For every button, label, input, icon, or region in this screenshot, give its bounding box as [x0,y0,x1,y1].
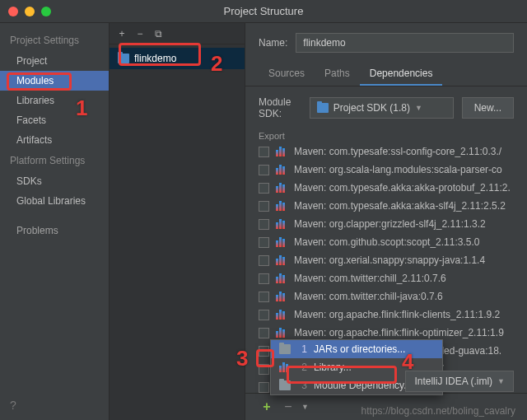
detail-panel: Name: Sources Paths Dependencies Module … [245,23,527,420]
scope-value: IntelliJ IDEA (.iml) [414,376,492,387]
library-icon [276,219,287,229]
dependency-row[interactable]: Maven: org.scala-lang.modules:scala-pars… [259,161,527,179]
dependency-row[interactable]: Maven: com.twitter:chill_2.11:0.7.6 [259,269,527,287]
sidebar-section-project: Project Settings [0,30,109,51]
export-checkbox[interactable] [259,273,269,284]
dependency-label: Maven: org.apache.flink:flink-clients_2.… [294,309,500,320]
export-checkbox[interactable] [259,147,269,157]
dependency-label: Maven: com.twitter:chill-java:0.7.6 [294,291,443,302]
window-title: Project Structure [224,5,304,17]
dependency-label: Maven: org.xerial.snappy:snappy-java:1.1… [294,254,485,266]
export-checkbox[interactable] [259,165,269,175]
export-checkbox[interactable] [259,364,269,375]
sidebar-item-facets[interactable]: Facets [0,110,109,130]
add-module-icon[interactable]: + [116,28,128,40]
library-icon [276,292,287,301]
library-icon [276,310,287,320]
module-item-label: flinkdemo [134,53,176,64]
dependency-row[interactable]: Maven: com.twitter:chill-java:0.7.6 [259,287,527,306]
dependency-row[interactable]: Maven: com.typesafe.akka:akka-protobuf_2… [259,179,527,197]
sidebar-item-project[interactable]: Project [0,51,109,71]
library-icon [276,255,287,265]
module-item-flinkdemo[interactable]: flinkdemo [110,48,245,69]
copy-module-icon[interactable]: ⧉ [152,28,164,40]
library-icon [276,165,287,175]
library-icon [276,328,287,338]
export-checkbox[interactable] [259,346,269,357]
tab-paths[interactable]: Paths [315,63,360,86]
scope-select[interactable]: IntelliJ IDEA (.iml) ▼ [405,371,514,392]
popup-item-label: Library... [314,362,352,373]
new-sdk-button[interactable]: New... [462,97,514,119]
module-icon [279,380,291,390]
export-header: Export [245,129,527,142]
add-dependency-button[interactable]: + [259,399,275,415]
dependency-row[interactable]: Maven: com.github.scopt:scopt_2.11:3.5.0 [259,233,527,251]
name-label: Name: [259,37,287,49]
tabs: Sources Paths Dependencies [245,63,527,86]
export-checkbox[interactable] [259,201,269,212]
dependency-label: Maven: org.apache.flink:flink-optimizer_… [294,327,504,338]
dependency-label: Maven: org.clapper:grizzled-slf4j_2.11:1… [294,218,486,230]
export-checkbox[interactable] [259,237,269,248]
library-icon [276,183,287,193]
maximize-window-icon[interactable] [41,7,51,16]
dependency-row[interactable]: Maven: org.xerial.snappy:snappy-java:1.1… [259,251,527,269]
sidebar-item-problems[interactable]: Problems [0,221,109,240]
sdk-label: Module SDK: [259,96,301,119]
module-list-panel: + − ⧉ flinkdemo [110,23,245,420]
library-icon [276,147,287,156]
library-icon [276,273,287,283]
dependency-row[interactable]: Maven: com.typesafe:ssl-config-core_2.11… [259,142,527,161]
sidebar-item-sdks[interactable]: SDKs [0,171,109,191]
dependency-row[interactable]: Maven: org.clapper:grizzled-slf4j_2.11:1… [259,215,527,233]
export-checkbox[interactable] [259,292,269,302]
sidebar-item-libraries[interactable]: Libraries [0,91,109,110]
chevron-down-icon[interactable]: ▼ [301,403,309,411]
help-icon[interactable]: ? [0,390,109,420]
tab-sources[interactable]: Sources [259,63,315,86]
sidebar-item-global-libraries[interactable]: Global Libraries [0,191,109,211]
export-checkbox[interactable] [259,382,269,393]
module-toolbar: + − ⧉ [110,23,245,44]
minimize-window-icon[interactable] [25,7,35,16]
dependency-label: Maven: com.github.scopt:scopt_2.11:3.5.0 [294,236,479,248]
export-checkbox[interactable] [259,310,269,320]
sidebar: Project Settings Project Modules Librari… [0,23,110,420]
dependency-row[interactable]: Maven: com.typesafe.akka:akka-slf4j_2.11… [259,197,527,215]
dependency-label: Maven: com.twitter:chill_2.11:0.7.6 [294,273,446,284]
export-checkbox[interactable] [259,219,269,230]
popup-item-jars[interactable]: 1 JARs or directories... [271,340,442,358]
sidebar-item-artifacts[interactable]: Artifacts [0,130,109,150]
library-icon [276,201,287,211]
sdk-value: Project SDK (1.8) [333,102,410,114]
sdk-folder-icon [317,103,329,113]
export-checkbox[interactable] [259,328,269,338]
close-window-icon[interactable] [8,7,18,16]
export-checkbox[interactable] [259,183,269,194]
sidebar-item-modules[interactable]: Modules [0,71,109,91]
dependency-label: Maven: com.typesafe.akka:akka-protobuf_2… [294,182,511,194]
dependency-label: Maven: com.typesafe:ssl-config-core_2.11… [294,146,501,157]
remove-dependency-button[interactable]: − [280,399,296,415]
remove-module-icon[interactable]: − [134,28,146,40]
dependency-label: Maven: com.typesafe.akka:akka-slf4j_2.11… [294,200,506,212]
chevron-down-icon: ▼ [415,104,422,112]
name-input[interactable] [296,33,514,53]
window-controls [0,7,51,16]
module-folder-icon [118,54,129,63]
sdk-select[interactable]: Project SDK (1.8) ▼ [310,97,454,119]
sidebar-section-platform: Platform Settings [0,150,109,171]
export-checkbox[interactable] [259,255,269,266]
popup-item-label: Module Dependency... [314,380,412,391]
titlebar: Project Structure [0,0,527,23]
popup-item-label: JARs or directories... [314,343,405,355]
watermark: https://blog.csdn.net/boling_cavalry [361,405,515,417]
dependency-row[interactable]: Maven: org.apache.flink:flink-clients_2.… [259,306,527,324]
folder-icon [279,344,291,354]
chevron-down-icon: ▼ [497,377,505,385]
library-icon [276,237,287,247]
tab-dependencies[interactable]: Dependencies [360,63,443,86]
dependency-label: Maven: org.scala-lang.modules:scala-pars… [294,164,502,175]
library-icon [279,362,291,372]
